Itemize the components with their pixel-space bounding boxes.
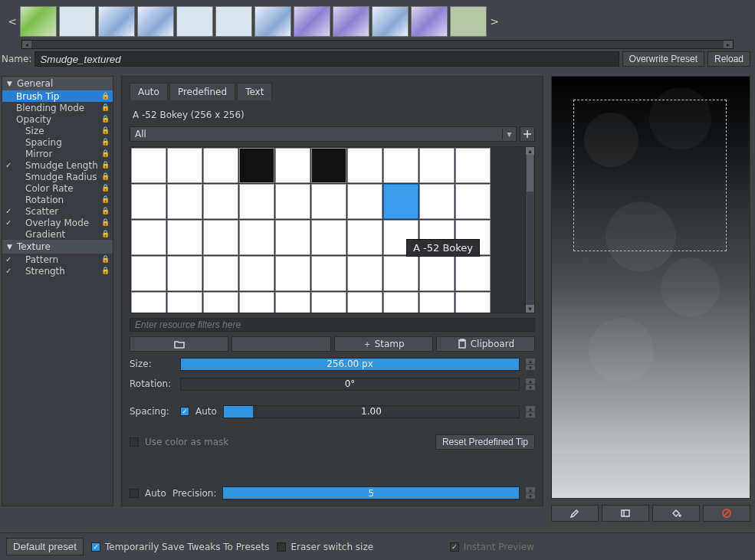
rotation-slider[interactable]: 0° bbox=[180, 378, 520, 391]
preset-thumb[interactable] bbox=[372, 6, 409, 37]
brush-tip-cell[interactable] bbox=[419, 256, 455, 291]
prop-scatter[interactable]: ✓Scatter🔒 bbox=[2, 205, 113, 217]
reset-predefined-button[interactable]: Reset Predefined Tip bbox=[435, 434, 535, 450]
resource-tag-combo[interactable]: All ▾ bbox=[130, 126, 517, 142]
scroll-down-icon[interactable]: ▾ bbox=[526, 305, 534, 313]
brush-tip-cell[interactable] bbox=[311, 256, 346, 291]
brush-tip-cell[interactable] bbox=[167, 292, 202, 313]
preset-thumb[interactable] bbox=[215, 6, 252, 37]
brush-tip-cell[interactable] bbox=[203, 184, 238, 219]
preset-thumb[interactable] bbox=[137, 6, 174, 37]
brush-tip-cell[interactable] bbox=[131, 184, 166, 219]
brush-tip-cell[interactable] bbox=[347, 292, 382, 313]
brush-tip-cell[interactable] bbox=[167, 220, 202, 255]
preset-thumb[interactable] bbox=[254, 6, 291, 37]
add-tag-button[interactable] bbox=[520, 126, 535, 142]
brush-tip-cell[interactable] bbox=[239, 292, 274, 313]
brush-tip-cell[interactable] bbox=[455, 292, 491, 313]
brush-tip-cell[interactable] bbox=[311, 220, 346, 255]
brush-tip-cell[interactable] bbox=[383, 148, 419, 183]
prop-pattern[interactable]: ✓Pattern🔒 bbox=[2, 254, 113, 265]
preview-brush-button[interactable] bbox=[551, 505, 599, 522]
prop-overlay-mode[interactable]: ✓Overlay Mode🔒 bbox=[2, 217, 113, 228]
brush-tip-cell[interactable] bbox=[347, 148, 382, 183]
preview-gradient-button[interactable] bbox=[602, 505, 649, 522]
save-tweaks-checkbox[interactable]: ✓ bbox=[91, 542, 100, 552]
brush-tip-cell-selected[interactable] bbox=[383, 184, 419, 219]
prop-size[interactable]: Size🔒 bbox=[2, 125, 113, 136]
tip-grid-scrollbar[interactable]: ▴ ▾ bbox=[525, 147, 534, 313]
scroll-thumb[interactable] bbox=[527, 155, 533, 192]
brush-tip-cell[interactable] bbox=[275, 220, 310, 255]
spacing-spinner[interactable]: ▴▾ bbox=[526, 406, 535, 418]
brush-tip-cell[interactable] bbox=[275, 256, 310, 291]
preset-prev[interactable]: < bbox=[6, 15, 18, 28]
preset-next[interactable]: > bbox=[488, 15, 501, 28]
resource-filter-input[interactable] bbox=[130, 318, 535, 332]
rotation-spinner[interactable]: ▴▾ bbox=[526, 378, 535, 390]
tab-text[interactable]: Text bbox=[237, 83, 272, 100]
import-tip-button[interactable] bbox=[130, 336, 228, 352]
brush-tip-cell[interactable] bbox=[167, 256, 202, 291]
preset-thumb[interactable] bbox=[59, 6, 96, 37]
preset-thumb[interactable] bbox=[411, 6, 448, 37]
reload-button[interactable]: Reload bbox=[707, 51, 750, 67]
prop-brush-tip[interactable]: Brush Tip🔒 bbox=[2, 90, 113, 102]
brush-tip-cell[interactable] bbox=[167, 148, 202, 183]
prop-rotation[interactable]: Rotation🔒 bbox=[2, 194, 113, 205]
prop-smudge-radius[interactable]: Smudge Radius🔒 bbox=[2, 171, 113, 182]
category-texture[interactable]: ▼ Texture bbox=[2, 240, 113, 254]
brush-tip-cell[interactable] bbox=[311, 292, 346, 313]
preview-fill-button[interactable] bbox=[652, 505, 700, 522]
brush-tip-cell[interactable] bbox=[203, 292, 238, 313]
precision-auto-checkbox[interactable] bbox=[130, 489, 139, 498]
brush-tip-cell[interactable] bbox=[311, 148, 346, 183]
brush-tip-cell[interactable] bbox=[347, 184, 382, 219]
prop-blending-mode[interactable]: Blending Mode🔒 bbox=[2, 102, 113, 113]
brush-tip-cell[interactable] bbox=[203, 256, 238, 291]
prop-color-rate[interactable]: Color Rate🔒 bbox=[2, 182, 113, 194]
tab-auto[interactable]: Auto bbox=[130, 83, 168, 100]
color-mask-checkbox[interactable] bbox=[130, 437, 139, 447]
prop-mirror[interactable]: Mirror🔒 bbox=[2, 148, 113, 159]
delete-tip-button[interactable] bbox=[231, 336, 330, 352]
preset-thumb[interactable] bbox=[294, 6, 330, 37]
prop-spacing[interactable]: Spacing🔒 bbox=[2, 136, 113, 148]
scroll-right-icon[interactable]: ▸ bbox=[724, 41, 733, 48]
brush-tip-cell[interactable] bbox=[275, 292, 310, 313]
preset-scrollbar[interactable]: ◂ ▸ bbox=[21, 40, 734, 49]
brush-tip-cell[interactable] bbox=[455, 256, 491, 291]
precision-slider[interactable]: 5 bbox=[222, 486, 520, 499]
brush-tip-cell[interactable] bbox=[131, 148, 166, 183]
brush-tip-cell[interactable] bbox=[347, 220, 382, 255]
brush-tip-cell[interactable] bbox=[311, 184, 346, 219]
tab-predefined[interactable]: Predefined bbox=[169, 83, 235, 100]
brush-tip-cell[interactable] bbox=[239, 148, 274, 183]
brush-tip-cell[interactable] bbox=[203, 148, 238, 183]
size-spinner[interactable]: ▴▾ bbox=[526, 359, 535, 370]
preset-thumb[interactable] bbox=[98, 6, 135, 37]
brush-tip-cell[interactable] bbox=[275, 148, 310, 183]
brush-tip-cell[interactable] bbox=[203, 220, 238, 255]
prop-strength[interactable]: ✓Strength🔒 bbox=[2, 265, 113, 277]
brush-tip-cell[interactable] bbox=[419, 184, 455, 219]
overwrite-preset-button[interactable]: Overwrite Preset bbox=[622, 51, 704, 67]
brush-tip-cell[interactable] bbox=[239, 184, 274, 219]
brush-tip-cell[interactable] bbox=[131, 292, 166, 313]
precision-spinner[interactable]: ▴▾ bbox=[526, 487, 535, 499]
stamp-button[interactable]: ＋ Stamp bbox=[334, 336, 433, 352]
preset-thumb[interactable] bbox=[450, 6, 487, 37]
scroll-up-icon[interactable]: ▴ bbox=[526, 147, 534, 155]
preset-thumb[interactable] bbox=[333, 6, 369, 37]
eraser-switch-checkbox[interactable] bbox=[277, 542, 286, 552]
brush-tip-cell[interactable] bbox=[419, 292, 455, 313]
brush-tip-cell[interactable] bbox=[239, 220, 274, 255]
prop-gradient[interactable]: Gradient🔒 bbox=[2, 228, 113, 240]
brush-tip-cell[interactable] bbox=[239, 256, 274, 291]
preset-thumb[interactable] bbox=[20, 6, 57, 37]
brush-tip-cell[interactable] bbox=[167, 184, 202, 219]
brush-tip-cell[interactable] bbox=[455, 148, 491, 183]
instant-preview-checkbox[interactable]: ✓ bbox=[450, 542, 459, 552]
brush-tip-cell[interactable] bbox=[131, 220, 166, 255]
brush-tip-cell[interactable] bbox=[383, 256, 419, 291]
